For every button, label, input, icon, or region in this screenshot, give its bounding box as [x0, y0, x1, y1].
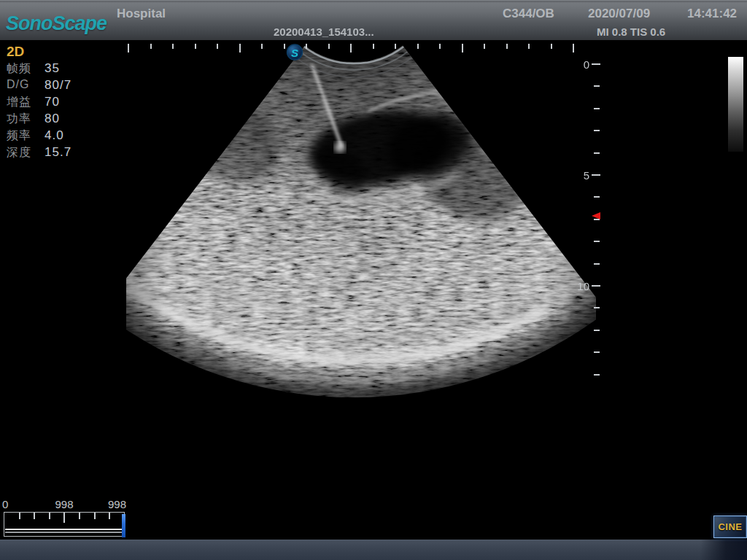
ruler-tick — [592, 174, 600, 176]
param-value: 80 — [44, 112, 60, 128]
cine-start-frame: 0 — [2, 498, 8, 510]
param-value: 4.0 — [44, 128, 64, 145]
param-row-frame-rate: 帧频 35 — [7, 61, 71, 78]
param-row-power: 功率 80 — [7, 112, 71, 128]
cine-track-shadow — [5, 532, 122, 533]
ruler-tick — [350, 44, 352, 52]
param-row-gain: 增益 70 — [7, 95, 71, 112]
ultrasound-screen: S SonoScape Hospital 20200413_154103... … — [0, 0, 747, 560]
ruler-tick — [573, 44, 574, 52]
param-label: D/G — [7, 78, 44, 95]
facility-name: Hospital — [117, 7, 166, 21]
depth-label-5: 5 — [573, 169, 589, 182]
taskbar — [0, 540, 747, 560]
probe-mark-letter: S — [291, 47, 298, 59]
probe-orientation-mark: S — [287, 44, 303, 60]
system-time: 14:41:42 — [687, 7, 737, 21]
ruler-tick — [49, 513, 50, 519]
depth-label-0: 0 — [573, 58, 589, 71]
ruler-tick — [284, 44, 285, 49]
param-label: 功率 — [7, 112, 44, 128]
brand-logo: SonoScape — [6, 12, 107, 35]
param-row-frequency: 频率 4.0 — [7, 128, 71, 145]
ruler-tick — [594, 108, 600, 109]
cine-current-frame: 998 — [50, 498, 79, 510]
ruler-tick — [128, 44, 129, 52]
cine-total-frames: 998 — [100, 498, 126, 510]
ruler-tick — [306, 44, 307, 49]
ruler-tick — [594, 374, 600, 376]
ruler-tick — [594, 241, 600, 242]
param-row-depth: 深度 15.7 — [7, 145, 71, 162]
acoustic-indices: MI 0.8 TIS 0.6 — [597, 26, 665, 38]
param-value: 35 — [44, 61, 60, 78]
grayscale-bar — [728, 57, 743, 152]
ruler-tick — [79, 513, 80, 519]
ruler-tick — [594, 85, 600, 87]
ruler-tick — [395, 44, 396, 49]
probe-exam-mode: C344/OB — [503, 7, 554, 21]
ruler-tick — [594, 307, 600, 308]
ruler-tick — [594, 263, 600, 265]
ruler-tick — [261, 44, 263, 49]
ruler-tick — [150, 44, 152, 49]
ruler-tick — [328, 44, 330, 49]
ruler-tick — [594, 130, 600, 131]
ruler-tick — [484, 44, 485, 49]
ruler-tick — [439, 44, 441, 49]
ruler-tick — [462, 44, 463, 52]
ruler-tick — [217, 44, 218, 49]
focus-position-marker — [592, 212, 600, 219]
ruler-tick — [63, 513, 65, 523]
ruler-tick — [239, 44, 241, 52]
system-date: 2020/07/09 — [588, 7, 650, 21]
ruler-tick — [594, 330, 600, 331]
cine-button[interactable]: CINE — [713, 516, 747, 538]
image-parameters-panel: 2D 帧频 35 D/G 80/7 增益 70 功率 80 频率 4.0 深度 … — [7, 44, 71, 162]
ultrasound-image: S — [0, 0, 747, 560]
ruler-tick — [19, 513, 20, 519]
param-label: 帧频 — [7, 61, 44, 78]
ruler-tick — [528, 44, 530, 49]
ruler-tick — [551, 44, 552, 49]
param-value: 15.7 — [44, 145, 71, 162]
ruler-tick — [594, 196, 600, 198]
header-bar: SonoScape Hospital 20200413_154103... C3… — [0, 0, 747, 40]
ruler-tick — [109, 513, 110, 519]
param-value: 80/7 — [44, 78, 71, 95]
ruler-tick — [172, 44, 174, 49]
ruler-tick — [592, 63, 600, 65]
ruler-tick — [592, 285, 600, 287]
cine-position-indicator[interactable] — [122, 514, 125, 537]
mode-label: 2D — [7, 44, 71, 61]
image-file-name: 20200413_154103... — [274, 26, 374, 38]
ruler-tick — [94, 513, 96, 519]
ruler-tick — [417, 44, 419, 49]
ruler-tick — [373, 44, 374, 49]
param-value: 70 — [44, 95, 60, 112]
param-row-dynamic-range: D/G 80/7 — [7, 78, 71, 95]
depth-label-10: 10 — [573, 280, 589, 292]
ruler-tick — [506, 44, 508, 49]
cine-track — [5, 529, 122, 530]
ruler-tick — [34, 513, 35, 519]
ruler-tick — [195, 44, 196, 49]
param-label: 频率 — [7, 128, 44, 145]
ruler-tick — [594, 351, 600, 353]
taskbar-tray-area — [700, 540, 747, 560]
param-label: 深度 — [7, 145, 44, 162]
param-label: 增益 — [7, 95, 44, 112]
ruler-tick — [594, 152, 600, 154]
